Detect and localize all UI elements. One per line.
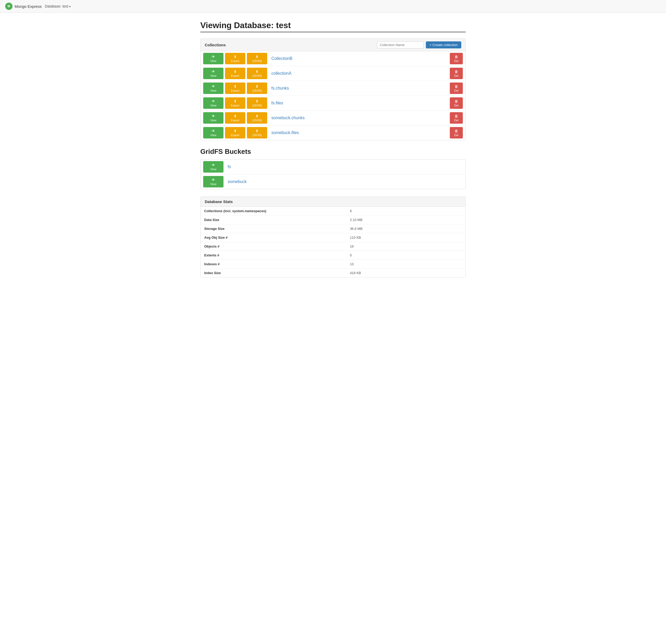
view-label: View (210, 74, 216, 77)
view-button-1[interactable]: 👁 View (203, 68, 224, 79)
json-button-0[interactable]: ⬆ [JSON] (247, 53, 267, 64)
collections-panel-title: Collections (205, 43, 226, 47)
view-label: View (210, 134, 216, 137)
export-button-1[interactable]: ⬆ Export (225, 68, 245, 79)
db-selector[interactable]: Database: test (45, 4, 70, 8)
stats-label-2: Storage Size (200, 224, 346, 233)
stats-value-2: 36.6 MB (346, 224, 466, 233)
export-button-4[interactable]: ⬆ Export (225, 112, 245, 124)
collection-name-link-0[interactable]: CollectionB (269, 56, 448, 61)
stats-value-0: 6 (346, 207, 466, 216)
bucket-view-button-1[interactable]: 👁 View (203, 176, 224, 187)
mongo-icon: M (5, 3, 13, 10)
trash-icon: 🗑 (455, 69, 458, 74)
collections-list: 👁 View ⬆ Export ⬆ [JSON] CollectionB 🗑 D… (200, 51, 466, 140)
eye-icon: 👁 (211, 129, 215, 133)
json-button-4[interactable]: ⬆ [JSON] (247, 112, 267, 124)
del-label: Del (454, 134, 459, 137)
export-icon: ⬆ (234, 55, 237, 59)
collection-row: 👁 View ⬆ Export ⬆ [JSON] somebuck.chunks… (200, 111, 466, 125)
page-title-divider (200, 32, 466, 32)
view-label: View (210, 119, 216, 122)
view-label: View (210, 168, 216, 171)
json-icon: ⬆ (256, 84, 259, 88)
json-label: [JSON] (252, 104, 261, 107)
json-button-5[interactable]: ⬆ [JSON] (247, 127, 267, 138)
collection-name-link-3[interactable]: fs.files (269, 101, 448, 105)
view-label: View (210, 104, 216, 107)
collection-name-link-4[interactable]: somebuck.chunks (269, 116, 448, 120)
stats-panel-title: Database Stats (205, 199, 233, 204)
bucket-name-link-0[interactable]: fs (225, 165, 463, 169)
del-label: Del (454, 119, 459, 122)
trash-icon: 🗑 (455, 55, 458, 59)
collection-row: 👁 View ⬆ Export ⬆ [JSON] fs.chunks 🗑 Del (200, 81, 466, 96)
json-label: [JSON] (252, 60, 261, 63)
stats-value-5: 0 (346, 251, 466, 260)
buckets-list: 👁 View fs 👁 View somebuck (200, 159, 466, 189)
del-button-4[interactable]: 🗑 Del (450, 112, 463, 124)
collections-panel-heading: Collections + Create collection (200, 39, 466, 51)
export-icon: ⬆ (234, 99, 237, 103)
del-button-0[interactable]: 🗑 Del (450, 53, 463, 64)
stats-row: Collections (incl. system.namespaces) 6 (200, 207, 466, 216)
export-button-5[interactable]: ⬆ Export (225, 127, 245, 138)
del-button-3[interactable]: 🗑 Del (450, 97, 463, 109)
stats-tbody: Collections (incl. system.namespaces) 6 … (200, 207, 466, 277)
collection-name-link-5[interactable]: somebuck.files (269, 131, 448, 135)
bucket-row: 👁 View somebuck (200, 174, 466, 189)
eye-icon: 👁 (211, 114, 215, 118)
create-collection-button[interactable]: + Create collection (426, 41, 461, 48)
collection-name-link-2[interactable]: fs.chunks (269, 86, 448, 90)
export-label: Export (231, 60, 239, 63)
stats-value-4: 19 (346, 242, 466, 251)
bucket-view-button-0[interactable]: 👁 View (203, 161, 224, 173)
stats-panel: Database Stats Collections (incl. system… (200, 197, 466, 277)
json-label: [JSON] (252, 89, 261, 92)
json-icon: ⬆ (256, 99, 259, 103)
stats-row: Avg Obj Size # 110 KB (200, 233, 466, 242)
view-button-4[interactable]: 👁 View (203, 112, 224, 124)
trash-icon: 🗑 (455, 129, 458, 133)
view-button-3[interactable]: 👁 View (203, 97, 224, 109)
navbar: M Mongo Express Database: test (0, 0, 666, 13)
export-button-0[interactable]: ⬆ Export (225, 53, 245, 64)
view-button-2[interactable]: 👁 View (203, 83, 224, 94)
view-button-5[interactable]: 👁 View (203, 127, 224, 138)
bucket-row: 👁 View fs (200, 159, 466, 174)
export-label: Export (231, 119, 239, 122)
del-button-5[interactable]: 🗑 Del (450, 127, 463, 138)
gridfs-section-title: GridFS Buckets (200, 148, 466, 156)
del-label: Del (454, 89, 459, 92)
stats-row: Indexes # 13 (200, 260, 466, 269)
trash-icon: 🗑 (455, 99, 458, 103)
json-button-2[interactable]: ⬆ [JSON] (247, 83, 267, 94)
collection-name-input[interactable] (377, 41, 424, 48)
export-icon: ⬆ (234, 69, 237, 74)
stats-label-0: Collections (incl. system.namespaces) (200, 207, 346, 216)
view-label: View (210, 183, 216, 186)
export-button-2[interactable]: ⬆ Export (225, 83, 245, 94)
stats-table: Collections (incl. system.namespaces) 6 … (200, 207, 466, 277)
json-icon: ⬆ (256, 129, 259, 133)
stats-value-7: 418 KB (346, 269, 466, 277)
json-button-3[interactable]: ⬆ [JSON] (247, 97, 267, 109)
export-label: Export (231, 134, 239, 137)
brand-label: Mongo Express (15, 4, 41, 9)
stats-label-5: Extents # (200, 251, 346, 260)
del-button-2[interactable]: 🗑 Del (450, 83, 463, 94)
stats-row: Storage Size 36.6 MB (200, 224, 466, 233)
bucket-name-link-1[interactable]: somebuck (225, 179, 463, 184)
eye-icon: 👁 (211, 84, 215, 88)
collections-panel: Collections + Create collection 👁 View ⬆… (200, 38, 466, 140)
export-label: Export (231, 89, 239, 92)
export-button-3[interactable]: ⬆ Export (225, 97, 245, 109)
json-button-1[interactable]: ⬆ [JSON] (247, 68, 267, 79)
stats-value-6: 13 (346, 260, 466, 269)
collection-name-link-1[interactable]: collectionA (269, 71, 448, 76)
eye-icon: 👁 (211, 55, 215, 59)
del-button-1[interactable]: 🗑 Del (450, 68, 463, 79)
stats-row: Objects # 19 (200, 242, 466, 251)
view-button-0[interactable]: 👁 View (203, 53, 224, 64)
eye-icon: 👁 (211, 163, 215, 167)
